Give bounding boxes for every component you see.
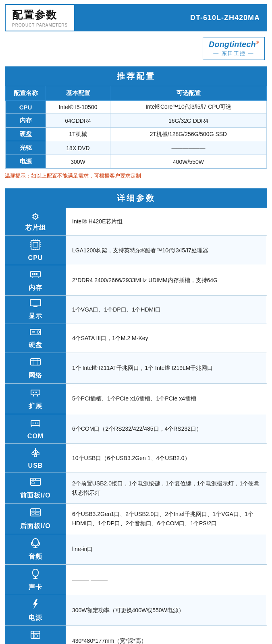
brand-name: Dongtintech® (209, 40, 259, 49)
svg-rect-67 (34, 635, 37, 637)
svg-rect-57 (32, 512, 34, 514)
model-number: DT-610L-ZH420MA (75, 5, 266, 31)
detail-params-section: 详细参数 ⚙ 芯片组 Intel® H420E芯片组 CPU LGA1200构架… (5, 188, 267, 644)
svg-point-47 (34, 454, 37, 457)
detail-row: ⚙ 芯片组 Intel® H420E芯片组 (5, 208, 267, 236)
rec-row-name: 内存 (6, 114, 46, 128)
detail-row: 声卡 ——— ——— (5, 565, 267, 595)
detail-label: 声卡 (29, 583, 42, 592)
svg-point-51 (35, 479, 36, 480)
detail-row: 网络 1个 Intel® I211AT千兆网口，1个 Intel® I219LM… (5, 353, 267, 384)
detail-label: 显示 (29, 312, 42, 320)
detail-icon-cell: 后面板I/O (5, 504, 66, 534)
svg-rect-23 (30, 329, 41, 335)
detail-section-title: 详细参数 (5, 189, 267, 208)
rec-row-name: 电源 (6, 155, 46, 169)
recommended-config-section: 推荐配置 配置名称 基本配置 可选配置 CPU Intel® I5-10500 … (5, 66, 267, 169)
detail-icon-声卡 (31, 568, 40, 582)
page-title-cn: 配置参数 (12, 8, 68, 22)
rec-row-optional: 2T机械/128G/256G/500G SSD (110, 128, 267, 141)
rec-row-basic: 18X DVD (46, 141, 110, 155)
svg-rect-1 (33, 242, 38, 247)
brand-area: Dongtintech® — 东田工控 — (0, 31, 272, 62)
detail-row: 显示 1个VGA口、1个DP口、1个HDMI口 (5, 296, 267, 324)
svg-rect-20 (30, 299, 41, 306)
detail-icon-cell: 音频 (5, 534, 66, 564)
detail-value: 1个 Intel® I211AT千兆网口，1个 Intel® I219LM千兆网… (66, 353, 267, 383)
detail-value: 4个SATA III口，1个M.2 M-Key (66, 324, 267, 353)
detail-label: 网络 (29, 372, 42, 380)
svg-rect-46 (37, 452, 39, 455)
rec-row-optional: —————— (110, 141, 267, 155)
detail-value: 6个COM口（2个RS232/422/485口，4个RS232口） (66, 414, 267, 443)
detail-icon-机箱尺寸 (30, 629, 41, 643)
detail-icon-音频 (31, 537, 40, 551)
detail-label: 前面板I/O (20, 491, 50, 500)
detail-icon-cell: 机箱尺寸 (5, 626, 66, 644)
recommended-section-title: 推荐配置 (5, 67, 267, 86)
detail-icon-cell: 内存 (5, 265, 66, 295)
rec-row-basic: Intel® I5-10500 (46, 101, 110, 114)
svg-point-24 (37, 331, 39, 333)
rec-table-row: 光驱 18X DVD —————— (6, 141, 267, 155)
rec-row-basic: 1T机械 (46, 128, 110, 141)
detail-row: 音频 line-in口 (5, 534, 267, 565)
rec-table-row: 电源 300W 400W/550W (6, 155, 267, 169)
svg-point-39 (37, 423, 39, 424)
detail-value: 6个USB3.2Gen1口、2个USB2.0口、2个Intel千兆网口、1个VG… (66, 504, 267, 534)
rec-table-row: 硬盘 1T机械 2T机械/128G/256G/500G SSD (6, 128, 267, 141)
detail-label: 扩展 (29, 402, 42, 411)
detail-row: 硬盘 4个SATA III口，1个M.2 M-Key (5, 324, 267, 353)
svg-rect-32 (33, 392, 34, 393)
detail-value: 2个前置USB2.0接口，1个电源按键，1个复位键，1个电源指示灯，1个硬盘状态… (66, 473, 267, 503)
detail-value: LGA1200构架，支持英特尔®酷睿™10代I3/I5/I7处理器 (66, 236, 267, 265)
svg-point-55 (33, 510, 34, 511)
svg-rect-27 (31, 359, 40, 365)
detail-row: 后面板I/O 6个USB3.2Gen1口、2个USB2.0口、2个Intel千兆… (5, 504, 267, 534)
detail-label: COM (27, 433, 44, 440)
detail-icon-芯片组: ⚙ (31, 211, 39, 222)
svg-rect-16 (34, 273, 35, 275)
detail-icon-cell: 前面板I/O (5, 473, 66, 503)
rec-row-optional: Intel®Core™10代i3/i5/i7 CPU可选 (110, 101, 267, 114)
detail-icon-前面板I/O (30, 476, 41, 490)
detail-icon-后面板I/O (30, 507, 41, 520)
page-title-en: PRODUCT PARAMETERS (12, 23, 68, 27)
detail-icon-硬盘 (30, 327, 41, 339)
detail-row: COM 6个COM口（2个RS232/422/485口，4个RS232口） (5, 414, 267, 444)
detail-value: 430*480*177mm（宽*深*高） (66, 626, 267, 644)
svg-rect-58 (35, 512, 39, 514)
rec-table-row: CPU Intel® I5-10500 Intel®Core™10代i3/i5/… (6, 101, 267, 114)
detail-row: 扩展 5个PCI插槽、1个PCIe x16插槽、1个PCIe x4插槽 (5, 384, 267, 414)
detail-label: 电源 (29, 614, 42, 622)
detail-icon-网络 (30, 356, 41, 370)
svg-point-45 (32, 452, 34, 455)
brand-sub: — 东田工控 — (213, 50, 254, 57)
brand-logo: Dongtintech® — 东田工控 — (203, 37, 265, 60)
detail-icon-cell: USB (5, 444, 66, 473)
detail-icon-显示 (30, 299, 41, 310)
detail-value: 5个PCI插槽、1个PCIe x16插槽、1个PCIe x4插槽 (66, 384, 267, 414)
rec-col-basic: 基本配置 (46, 86, 110, 101)
detail-value: 1个VGA口、1个DP口、1个HDMI口 (66, 296, 267, 324)
detail-row: 机箱尺寸 430*480*177mm（宽*深*高） (5, 626, 267, 644)
detail-label: 后面板I/O (20, 522, 50, 530)
detail-label: 音频 (29, 553, 42, 561)
detail-icon-cell: 显示 (5, 296, 66, 324)
rec-note: 温馨提示：如以上配置不能满足需求，可根据客户要求定制 (0, 169, 272, 181)
detail-icon-CPU (30, 239, 41, 253)
detail-icon-cell: ⚙ 芯片组 (5, 208, 66, 235)
detail-label: 内存 (29, 284, 42, 292)
detail-icon-cell: 电源 (5, 595, 66, 625)
recommended-table: 配置名称 基本配置 可选配置 CPU Intel® I5-10500 Intel… (5, 86, 267, 169)
detail-value: line-in口 (66, 534, 267, 564)
detail-icon-扩展 (30, 387, 41, 400)
detail-value: 300W额定功率（可更换400W或550W电源） (66, 595, 267, 625)
rec-row-name: CPU (6, 101, 46, 114)
svg-marker-63 (33, 599, 38, 609)
svg-point-56 (35, 510, 36, 511)
rec-row-basic: 300W (46, 155, 110, 169)
detail-row: 内存 2*DDR4 2400/2666/2933MHz UDIMM内存插槽，支持… (5, 265, 267, 296)
detail-icon-cell: 扩展 (5, 384, 66, 414)
rec-row-name: 硬盘 (6, 128, 46, 141)
